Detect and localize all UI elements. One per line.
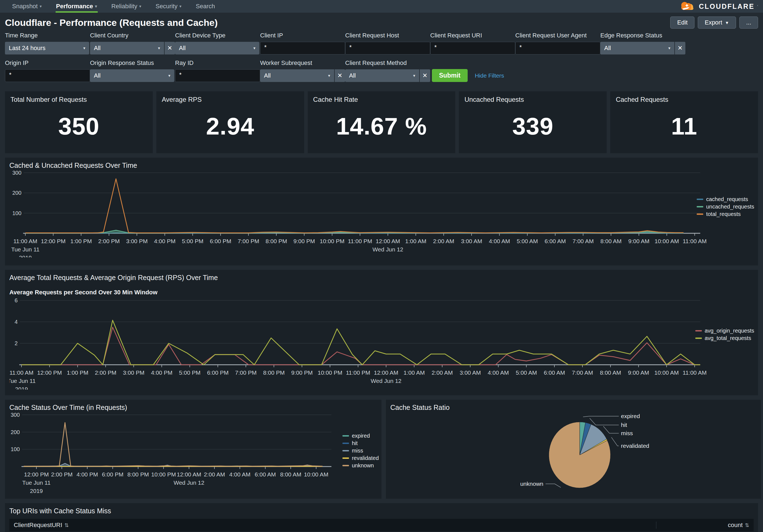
filter-control: All▾: [175, 42, 260, 54]
filter-select[interactable]: All▾: [90, 42, 164, 54]
svg-text:2:00 PM: 2:00 PM: [98, 238, 120, 244]
svg-text:4:00 PM: 4:00 PM: [151, 369, 172, 376]
top-uris-table: ClientRequestURI⇅ count⇅ /favicon.ico3/2: [9, 519, 754, 532]
filter-control: *: [430, 42, 515, 54]
filter-client-request-method: Client Request MethodAll▾✕: [345, 59, 430, 82]
svg-text:Tue Jun 11: Tue Jun 11: [22, 480, 51, 486]
legend-item-expired[interactable]: expired: [342, 433, 379, 439]
brand-trademark: ’: [757, 4, 758, 9]
svg-text:11:00 AM: 11:00 AM: [13, 238, 37, 244]
hide-filters-link[interactable]: Hide Filters: [475, 72, 504, 79]
kpi-value: 2.94: [162, 103, 299, 149]
legend-label: expired: [352, 433, 370, 439]
column-header-count[interactable]: count⇅: [656, 522, 754, 529]
filter-input[interactable]: *: [345, 42, 430, 54]
svg-text:12:00 AM: 12:00 AM: [374, 369, 398, 376]
kpi-value: 339: [464, 103, 601, 149]
nav-item-search[interactable]: Search: [188, 0, 222, 13]
svg-text:2:00 AM: 2:00 AM: [432, 369, 453, 376]
svg-text:3:00 AM: 3:00 AM: [460, 369, 481, 376]
chart2-legend: avg_origin_requestsavg_total_requests: [695, 328, 754, 341]
legend-swatch: [342, 435, 349, 437]
nav-item-label: Search: [196, 3, 215, 10]
filter-select[interactable]: All▾: [345, 69, 419, 82]
brand-name: CLOUDFLARE: [699, 2, 754, 10]
more-button[interactable]: ...: [739, 17, 758, 29]
filter-select[interactable]: All▾: [175, 42, 259, 54]
legend-item-hit[interactable]: hit: [342, 440, 379, 446]
legend-item-cached_requests[interactable]: cached_requests: [697, 196, 754, 203]
chart1-title: Cached & Uncached Requests Over Time: [9, 161, 754, 169]
panel-requests-over-time: Cached & Uncached Requests Over Time 100…: [5, 158, 758, 265]
svg-text:10:00 AM: 10:00 AM: [655, 238, 679, 244]
svg-text:Wed Jun 12: Wed Jun 12: [371, 378, 401, 384]
svg-text:2:00 AM: 2:00 AM: [433, 238, 454, 244]
filter-label: Client Request Method: [345, 59, 430, 66]
filter-select[interactable]: All▾: [260, 69, 334, 82]
filter-control: All▾: [90, 69, 175, 82]
filter-select[interactable]: All▾: [600, 42, 674, 54]
filter-control: Last 24 hours▾: [5, 42, 90, 54]
chart3-plot: 10020030012:00 PMTue Jun 1120192:00 PM4:…: [9, 411, 377, 495]
chevron-down-icon: ▾: [40, 4, 42, 9]
filter-input[interactable]: *: [515, 42, 600, 54]
svg-text:200: 200: [12, 190, 22, 196]
legend-item-revalidated[interactable]: revalidated: [342, 455, 379, 461]
svg-text:4:00 AM: 4:00 AM: [488, 369, 509, 376]
svg-text:3:00 PM: 3:00 PM: [123, 369, 144, 376]
clear-filter-button[interactable]: ✕: [420, 69, 430, 82]
svg-text:8:00 AM: 8:00 AM: [280, 471, 301, 478]
legend-item-miss[interactable]: miss: [342, 448, 379, 454]
filter-label: Origin IP: [5, 59, 90, 66]
filter-input[interactable]: *: [5, 69, 90, 82]
svg-text:11:00 PM: 11:00 PM: [346, 369, 370, 376]
filter-label: Origin Response Status: [90, 59, 175, 66]
legend-item-avg_origin_requests[interactable]: avg_origin_requests: [695, 328, 754, 334]
nav-item-snapshot[interactable]: Snapshot▾: [5, 0, 49, 13]
nav-item-label: Reliability: [111, 3, 137, 10]
clear-filter-button[interactable]: ✕: [164, 42, 175, 54]
filter-label: Client Device Type: [175, 32, 260, 39]
legend-item-uncached_requests[interactable]: uncached_requests: [697, 204, 754, 210]
input-value: *: [434, 44, 437, 51]
selected-value: All: [264, 72, 271, 79]
export-button[interactable]: Export▼: [698, 17, 736, 29]
filter-control: *: [5, 69, 90, 82]
pie-label-revalidated: revalidated: [621, 443, 649, 449]
filter-input[interactable]: *: [260, 42, 345, 54]
legend-label: miss: [352, 448, 363, 454]
edit-button[interactable]: Edit: [670, 17, 695, 29]
selected-value: All: [94, 44, 100, 52]
legend-item-avg_total_requests[interactable]: avg_total_requests: [695, 335, 754, 341]
legend-item-unknown[interactable]: unknown: [342, 462, 379, 469]
chart1-plot: 10020030011:00 AMTue Jun 11201912:00 PM1…: [9, 169, 754, 259]
clear-filter-button[interactable]: ✕: [335, 69, 345, 82]
legend-item-total_requests[interactable]: total_requests: [697, 211, 754, 217]
filter-input[interactable]: *: [430, 42, 515, 54]
filter-control: All▾✕: [260, 69, 345, 82]
chart2-title: Average Total Requests & Average Origin …: [9, 274, 754, 282]
kpi-label: Cached Requests: [616, 96, 753, 103]
filter-select[interactable]: Last 24 hours▾: [5, 42, 89, 54]
kpi-value: 11: [616, 103, 753, 149]
svg-text:5:00 AM: 5:00 AM: [516, 369, 537, 376]
filter-input[interactable]: *: [175, 69, 260, 82]
clear-filter-button[interactable]: ✕: [675, 42, 685, 54]
chevron-down-icon: ▾: [253, 46, 256, 50]
nav-item-performance[interactable]: Performance▾: [49, 0, 104, 13]
nav-item-reliability[interactable]: Reliability▾: [104, 0, 149, 13]
svg-text:7:00 PM: 7:00 PM: [238, 238, 259, 244]
submit-button[interactable]: Submit: [432, 69, 468, 82]
legend-label: cached_requests: [706, 196, 748, 203]
selected-value: All: [349, 72, 356, 79]
column-header-clientrequesturi[interactable]: ClientRequestURI⇅: [9, 522, 656, 529]
nav-item-security[interactable]: Security▾: [148, 0, 188, 13]
filter-select[interactable]: All▾: [90, 69, 174, 82]
svg-text:9:00 AM: 9:00 AM: [628, 238, 650, 244]
svg-text:9:00 PM: 9:00 PM: [293, 238, 315, 244]
legend-swatch: [697, 206, 703, 208]
legend-swatch: [342, 450, 349, 451]
filter-control: All▾✕: [600, 42, 685, 54]
kpi-card-cache-hit-rate: Cache Hit Rate14.67 %: [308, 91, 456, 153]
svg-text:7:00 PM: 7:00 PM: [235, 369, 257, 376]
